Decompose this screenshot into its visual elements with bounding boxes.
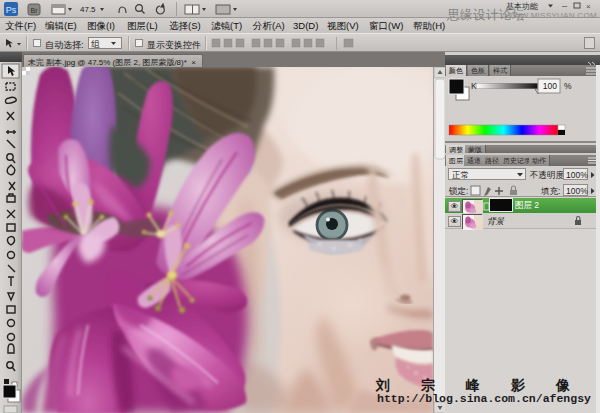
svg-text:100: 100 bbox=[543, 81, 557, 91]
svg-text:Br: Br bbox=[31, 7, 39, 14]
svg-text:–: – bbox=[562, 1, 567, 11]
svg-text:%: % bbox=[564, 81, 572, 91]
svg-text:47.5: 47.5 bbox=[80, 5, 96, 14]
svg-text:Ps: Ps bbox=[6, 5, 17, 15]
